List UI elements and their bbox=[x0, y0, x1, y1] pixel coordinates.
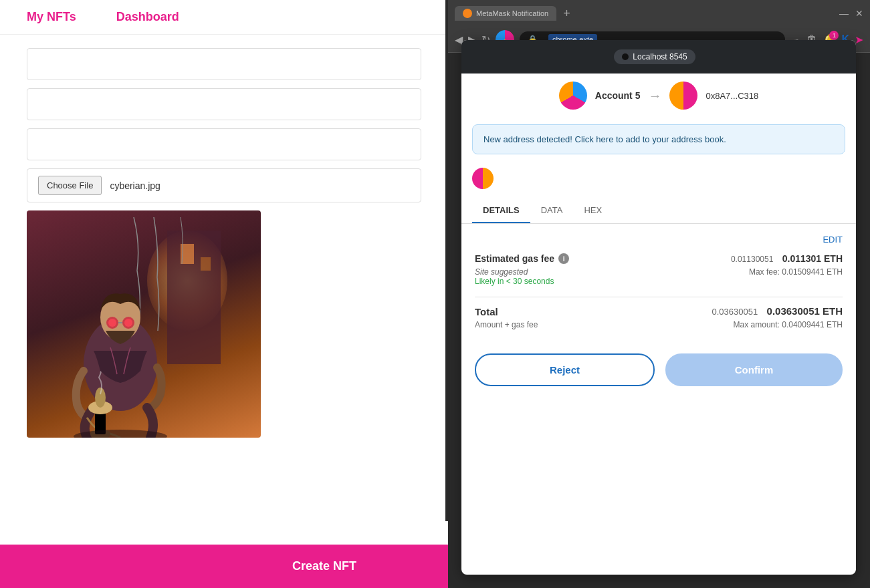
browser-window: MetaMask Notification + — ✕ ◀ ▶ ↻ 🔒 chro… bbox=[448, 0, 870, 588]
localhost-label: Localhost 8545 bbox=[633, 52, 687, 61]
total-amount-sub: 0.03630051 bbox=[712, 307, 758, 317]
localhost-badge: Localhost 8545 bbox=[614, 49, 695, 64]
nft-creation-panel: My NFTs Dashboard Armenian Cyberpunk Art… bbox=[0, 0, 448, 588]
site-suggested-text: Site suggested bbox=[475, 267, 554, 277]
transfer-arrow: → bbox=[648, 88, 661, 104]
notification-banner[interactable]: New address detected! Click here to add … bbox=[472, 124, 845, 154]
gas-amount-main: 0.011301 ETH bbox=[782, 253, 843, 264]
reject-button[interactable]: Reject bbox=[475, 353, 655, 386]
tab-label: MetaMask Notification bbox=[476, 9, 548, 17]
tab-details[interactable]: DETAILS bbox=[472, 198, 530, 223]
svg-point-9 bbox=[124, 319, 132, 327]
my-nfts-link[interactable]: My NFTs bbox=[27, 10, 76, 24]
gas-fee-label: Estimated gas fee i bbox=[475, 253, 569, 264]
max-amount-info: Max amount: 0.04009441 ETH bbox=[734, 320, 843, 329]
gas-fee-row: Estimated gas fee i 0.01130051 0.011301 … bbox=[475, 253, 843, 265]
svg-point-8 bbox=[108, 319, 116, 327]
recipient-avatar bbox=[669, 82, 697, 110]
notification-text: New address detected! Click here to add … bbox=[483, 134, 726, 144]
recipient-address: 0x8A7...C318 bbox=[705, 91, 758, 101]
artwork-name-input[interactable]: Artwork #1 bbox=[38, 98, 410, 110]
mm-header-bar: Localhost 8545 bbox=[461, 40, 856, 74]
mm-tabs: DETAILS DATA HEX bbox=[461, 198, 856, 224]
total-section: Total 0.03630051 0.03630051 ETH Amount +… bbox=[475, 305, 843, 329]
amount-gas-label: Amount + gas fee bbox=[475, 320, 538, 329]
gas-fee-text: Estimated gas fee bbox=[475, 253, 554, 264]
quantity-input[interactable]: 1 bbox=[38, 138, 410, 150]
quantity-field: 1 bbox=[27, 128, 421, 160]
browser-tabbar: MetaMask Notification + — ✕ bbox=[448, 0, 870, 27]
total-sub-row: Amount + gas fee Max amount: 0.04009441 … bbox=[475, 320, 843, 329]
action-buttons: Reject Confirm bbox=[461, 340, 856, 400]
dashboard-link[interactable]: Dashboard bbox=[116, 10, 179, 24]
gas-fee-amount: 0.01130051 0.011301 ETH bbox=[731, 253, 843, 265]
total-row: Total 0.03630051 0.03630051 ETH bbox=[475, 305, 843, 317]
file-name-label: cyberian.jpg bbox=[110, 180, 160, 191]
gas-amount-sub: 0.01130051 bbox=[731, 255, 773, 264]
max-fee-value: 0.01509441 ETH bbox=[782, 267, 843, 277]
likely-text: Likely in < 30 seconds bbox=[475, 277, 554, 286]
localhost-dot bbox=[622, 53, 629, 60]
total-label: Total bbox=[475, 306, 498, 317]
svg-point-14 bbox=[95, 388, 106, 408]
edit-label[interactable]: EDIT bbox=[823, 235, 843, 245]
nft-image-preview bbox=[27, 210, 261, 438]
account-name: Account 5 bbox=[595, 90, 641, 101]
artwork-name-field: Artwork #1 bbox=[27, 88, 421, 120]
collection-name-input[interactable]: Armenian Cyberpunk bbox=[38, 58, 410, 69]
total-amount: 0.03630051 0.03630051 ETH bbox=[712, 305, 843, 317]
navigation: My NFTs Dashboard bbox=[0, 0, 448, 35]
close-icon[interactable]: ✕ bbox=[855, 8, 863, 19]
total-amount-main: 0.03630051 ETH bbox=[767, 305, 843, 317]
confirm-button[interactable]: Confirm bbox=[665, 353, 843, 386]
sender-avatar bbox=[559, 82, 587, 110]
tab-data[interactable]: DATA bbox=[530, 198, 574, 223]
new-tab-button[interactable]: + bbox=[560, 7, 573, 21]
mm-main-content: EDIT Estimated gas fee i 0.01130051 0.01… bbox=[461, 224, 856, 340]
sender-small-avatar bbox=[472, 168, 494, 189]
minimize-icon[interactable]: — bbox=[839, 8, 849, 19]
tab-area: MetaMask Notification + bbox=[455, 6, 573, 21]
metamask-popup: Localhost 8545 Account 5 → 0x8A7...C318 … bbox=[461, 40, 856, 575]
gas-sub-info: Site suggested Likely in < 30 seconds Ma… bbox=[475, 267, 843, 286]
cyberpunk-figure bbox=[33, 217, 261, 438]
svg-rect-3 bbox=[201, 257, 211, 271]
max-amount-label: Max amount: bbox=[734, 320, 780, 329]
tab-hex[interactable]: HEX bbox=[573, 198, 613, 223]
gas-info-icon[interactable]: i bbox=[558, 253, 569, 264]
nft-form: Armenian Cyberpunk Artwork #1 1 Choose F… bbox=[0, 35, 448, 451]
collection-name-field: Armenian Cyberpunk bbox=[27, 48, 421, 80]
choose-file-button[interactable]: Choose File bbox=[38, 176, 102, 195]
gas-suggestion-info: Site suggested Likely in < 30 seconds bbox=[475, 267, 554, 286]
metamask-tab-icon bbox=[463, 9, 472, 18]
sender-row bbox=[461, 161, 856, 196]
max-fee-label: Max fee: bbox=[749, 267, 780, 277]
divider bbox=[475, 297, 843, 297]
gas-fee-section: Estimated gas fee i 0.01130051 0.011301 … bbox=[475, 253, 843, 286]
file-input-row: Choose File cyberian.jpg bbox=[27, 168, 421, 202]
max-amount-value: 0.04009441 ETH bbox=[782, 320, 843, 329]
window-controls: — ✕ bbox=[839, 8, 863, 19]
metamask-tab[interactable]: MetaMask Notification bbox=[455, 6, 556, 21]
max-fee-info: Max fee: 0.01509441 ETH bbox=[749, 267, 843, 286]
mm-accounts-row: Account 5 → 0x8A7...C318 bbox=[461, 74, 856, 118]
arrow-icon: ➤ bbox=[855, 33, 863, 46]
edit-link[interactable]: EDIT bbox=[475, 235, 843, 245]
